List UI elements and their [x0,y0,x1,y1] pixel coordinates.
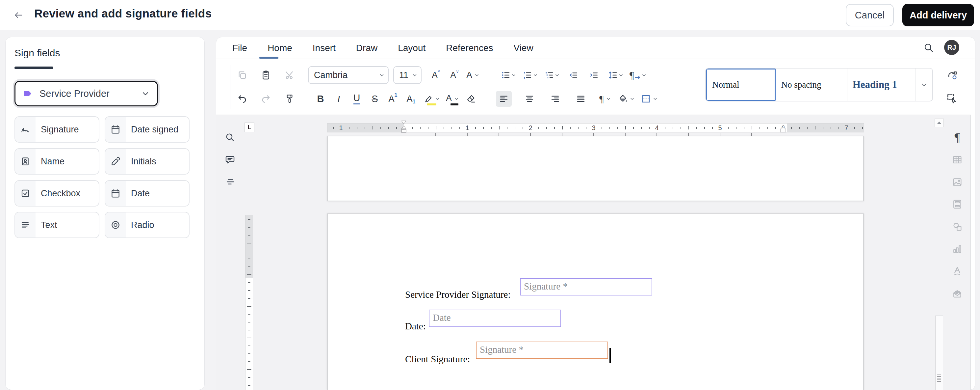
shading-button[interactable] [616,91,636,107]
change-case-button[interactable]: A [465,67,481,83]
tab-file[interactable]: File [232,43,247,53]
align-right-button[interactable] [547,91,563,107]
vruler-tick [247,306,251,307]
ruler-number: 2 [528,124,532,132]
multilevel-list-button[interactable] [542,67,561,83]
borders-button[interactable] [640,91,659,107]
header-footer-icon[interactable] [951,198,963,210]
align-center-button[interactable] [522,91,538,107]
ruler-tick [689,126,689,129]
recipient-select-label: Service Provider [40,88,141,99]
tab-insert[interactable]: Insert [313,43,336,53]
vruler-margin-segment [245,215,253,278]
tab-draw[interactable]: Draw [356,43,377,53]
avatar[interactable]: RJ [944,40,959,55]
field-button-initials[interactable]: Initials [105,148,189,174]
bold-button[interactable]: B [313,91,328,107]
style-normal[interactable]: Normal [706,69,776,101]
scroll-up-button[interactable] [935,118,944,127]
ruler-tick [570,127,571,129]
show-paragraph-marks-button[interactable]: ¶ [597,91,613,107]
navigation-icon[interactable] [225,177,236,188]
superscript-button[interactable]: A1 [385,91,401,107]
date-field[interactable]: Date [429,310,561,327]
comments-icon[interactable] [224,154,235,165]
chart-icon[interactable] [951,243,963,255]
ruler-subtick [625,133,625,136]
sign-fields-title: Sign fields [14,48,60,59]
undo-button[interactable] [234,91,250,107]
replace-icon[interactable] [946,70,958,82]
ruler-tick [838,127,839,129]
mail-merge-icon[interactable] [951,287,963,299]
cancel-button[interactable]: Cancel [846,4,894,26]
numbered-list-button[interactable] [521,67,539,83]
vertical-ruler[interactable] [245,215,253,390]
underline-button[interactable]: U [349,91,364,107]
search-icon[interactable] [923,42,935,54]
document-page-1[interactable] [327,136,864,201]
font-size-up-button[interactable]: A˄ [428,67,444,83]
field-button-label: Date signed [126,117,178,142]
style-heading-1[interactable]: Heading 1 [847,69,916,101]
subscript-button[interactable]: A1 [403,91,419,107]
find-icon[interactable] [224,132,235,143]
signature-field-client[interactable]: Signature * [476,342,608,359]
paste-button[interactable] [258,67,274,83]
table-icon[interactable] [951,154,963,166]
bullet-list-button[interactable] [499,67,518,83]
redo-button[interactable] [258,91,274,107]
cut-button[interactable] [282,67,298,83]
vertical-scrollbar[interactable] [935,316,943,390]
font-name-select[interactable]: Cambria [308,66,389,84]
tab-home[interactable]: Home [267,43,292,53]
italic-button[interactable]: I [331,91,347,107]
back-button[interactable] [12,8,25,22]
justify-button[interactable] [573,91,589,107]
copy-button[interactable] [234,67,250,83]
chevron-down-icon [412,72,421,78]
tab-view[interactable]: View [513,43,533,53]
field-button-text[interactable]: Text [14,212,99,238]
align-left-button[interactable] [496,91,512,107]
select-tool-icon[interactable] [946,92,958,105]
text-art-icon[interactable] [951,265,963,277]
signature-field-service-provider[interactable]: Signature * [520,278,652,296]
tab-stop-selector[interactable]: L [245,123,255,132]
field-button-checkbox[interactable]: Checkbox [14,180,99,206]
field-button-date[interactable]: Date [105,180,189,206]
ruler-tick [412,127,413,129]
ruler-tick [586,127,586,129]
image-icon[interactable] [951,176,963,188]
styles-expand-chevron[interactable] [916,69,932,101]
ruler-tick [759,127,760,129]
recipient-select[interactable]: Service Provider [14,81,158,106]
paragraph-marks-icon[interactable]: ¶ [951,131,963,143]
font-color-button[interactable]: A [445,91,460,107]
font-size-down-button[interactable]: A˅ [447,67,462,83]
ruler-tick [815,126,815,129]
increase-indent-button[interactable] [586,67,602,83]
format-painter-button[interactable] [282,91,298,107]
shapes-icon[interactable] [951,221,963,233]
field-button-date-signed[interactable]: Date signed [105,116,189,142]
strikethrough-button[interactable]: S [367,91,383,107]
clear-formatting-button[interactable] [463,91,479,107]
indent-markers[interactable] [401,121,407,136]
right-indent-marker[interactable] [780,126,786,133]
field-button-signature[interactable]: Signature [14,116,99,142]
toolbar-row-2: B I U S A1 A1 A [234,90,659,107]
field-button-radio[interactable]: Radio [105,212,189,238]
highlight-color-button[interactable] [422,91,441,107]
line-spacing-button[interactable] [606,67,625,83]
tab-layout[interactable]: Layout [398,43,425,53]
add-delivery-button[interactable]: Add delivery [902,4,974,26]
ruler-tick [380,127,381,129]
decrease-indent-button[interactable] [566,67,581,83]
tab-references[interactable]: References [446,43,493,53]
sign-fields-active-underline [14,67,53,69]
field-button-name[interactable]: Name [14,148,99,174]
paragraph-direction-button[interactable]: ¶ [628,67,648,83]
style-no-spacing[interactable]: No spacing [776,69,847,101]
font-size-select[interactable]: 11 [393,66,422,84]
